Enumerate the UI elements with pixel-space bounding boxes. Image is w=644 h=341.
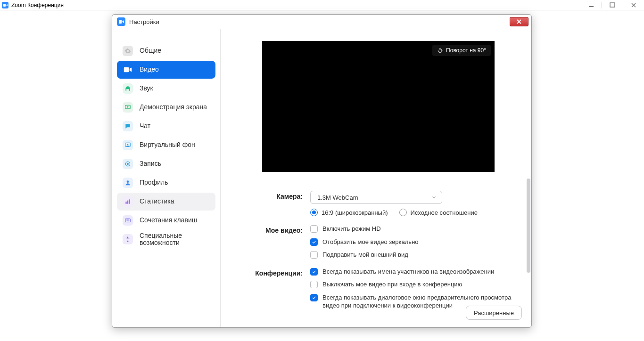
dialog-titlebar: Настройки xyxy=(112,15,531,29)
settings-dialog: Настройки Общие Видео xyxy=(112,14,532,328)
nav-label: Виртуальный фон xyxy=(140,141,195,148)
touchup-checkbox[interactable]: Подправить мой внешний вид xyxy=(310,251,518,259)
svg-rect-0 xyxy=(589,6,594,7)
nav-item-keyboard-shortcuts[interactable]: Сочетания клавиш xyxy=(117,211,215,229)
app-titlebar: Zoom Конференция xyxy=(0,0,644,10)
video-preview: Поворот на 90° xyxy=(262,41,495,172)
hd-checkbox[interactable]: Включить режим HD xyxy=(310,225,518,233)
check-icon xyxy=(312,240,316,244)
radio-label: 16:9 (широкоэкранный) xyxy=(322,209,388,216)
svg-point-17 xyxy=(127,237,129,238)
advanced-label: Расширенные xyxy=(474,309,514,317)
svg-rect-1 xyxy=(610,3,615,7)
nav-label: Видео xyxy=(140,66,159,73)
aspect-ratio-original-radio[interactable]: Исходное соотношение xyxy=(399,209,478,216)
virtual-background-icon xyxy=(123,140,133,150)
rotate-label: Поворот на 90° xyxy=(446,47,486,54)
radio-dot xyxy=(399,209,407,216)
svg-rect-12 xyxy=(125,219,131,222)
checkbox-box xyxy=(310,251,318,259)
mute-on-join-checkbox[interactable]: Выключать мое видео при входе в конферен… xyxy=(310,280,518,289)
meetings-label: Конференции: xyxy=(239,268,310,277)
dialog-title: Настройки xyxy=(129,18,159,25)
chevron-down-icon xyxy=(431,195,437,200)
maximize-button[interactable] xyxy=(602,0,623,10)
app-title: Zoom Конференция xyxy=(11,2,64,8)
nav-item-share-screen[interactable]: Демонстрация экрана xyxy=(117,98,215,116)
nav-label: Сочетания клавиш xyxy=(140,217,197,224)
settings-nav: Общие Видео Звук xyxy=(112,29,221,327)
checkbox-label: Отобразить мое видео зеркально xyxy=(322,238,419,246)
nav-label: Запись xyxy=(140,160,161,167)
checkbox-label: Включить режим HD xyxy=(322,225,381,233)
advanced-button[interactable]: Расширенные xyxy=(466,306,522,320)
video-settings-pane: Поворот на 90° Камера: 1.3M WebCam xyxy=(221,29,531,327)
nav-item-general[interactable]: Общие xyxy=(117,42,215,60)
svg-rect-10 xyxy=(127,201,128,204)
accessibility-icon xyxy=(123,234,133,244)
checkbox-box xyxy=(310,238,318,246)
radio-label: Исходное соотношение xyxy=(411,209,478,216)
nav-item-audio[interactable]: Звук xyxy=(117,80,215,97)
nav-label: Специальные возможности xyxy=(140,232,210,247)
camera-select[interactable]: 1.3M WebCam xyxy=(310,191,442,204)
nav-item-statistics[interactable]: Статистика xyxy=(117,193,215,211)
nav-label: Статистика xyxy=(140,198,174,205)
svg-point-7 xyxy=(127,163,129,165)
svg-rect-11 xyxy=(129,199,130,203)
record-icon xyxy=(123,159,133,169)
checkbox-box xyxy=(310,294,318,301)
chat-icon xyxy=(123,121,133,131)
scrollbar[interactable] xyxy=(527,42,530,299)
nav-label: Профиль xyxy=(140,179,168,186)
share-screen-icon xyxy=(123,102,133,113)
check-icon xyxy=(312,295,316,300)
app-window: Zoom Конференция Настройки xyxy=(0,0,644,341)
checkbox-box xyxy=(310,281,318,288)
nav-label: Демонстрация экрана xyxy=(140,104,207,111)
camera-label: Камера: xyxy=(239,191,310,200)
profile-icon xyxy=(123,178,133,188)
gear-icon xyxy=(123,46,133,56)
nav-item-virtual-background[interactable]: Виртуальный фон xyxy=(117,136,215,154)
window-controls xyxy=(581,0,644,10)
nav-label: Общие xyxy=(140,47,161,54)
checkbox-box xyxy=(310,268,318,276)
keyboard-icon xyxy=(123,215,133,226)
svg-point-8 xyxy=(127,180,129,183)
svg-rect-16 xyxy=(127,221,129,221)
nav-item-video[interactable]: Видео xyxy=(117,61,215,79)
close-window-button[interactable] xyxy=(623,0,644,10)
minimize-button[interactable] xyxy=(581,0,602,10)
nav-item-accessibility[interactable]: Специальные возможности xyxy=(117,230,215,248)
checkbox-box xyxy=(310,225,318,233)
video-icon xyxy=(123,65,133,75)
headphones-icon xyxy=(123,83,133,94)
checkbox-label: Выключать мое видео при входе в конферен… xyxy=(322,280,462,289)
svg-rect-2 xyxy=(124,67,129,73)
nav-item-chat[interactable]: Чат xyxy=(117,117,215,135)
my-video-label: Мое видео: xyxy=(239,225,310,234)
dialog-close-button[interactable] xyxy=(510,17,528,26)
svg-point-5 xyxy=(127,144,129,146)
statistics-icon xyxy=(123,196,133,207)
radio-dot xyxy=(310,209,318,216)
nav-label: Звук xyxy=(140,85,153,92)
zoom-app-icon xyxy=(2,2,8,8)
scrollbar-thumb[interactable] xyxy=(527,179,530,273)
camera-value: 1.3M WebCam xyxy=(317,194,358,201)
zoom-dialog-icon xyxy=(117,17,125,26)
mirror-checkbox[interactable]: Отобразить мое видео зеркально xyxy=(310,238,518,246)
rotate-90-button[interactable]: Поворот на 90° xyxy=(432,45,491,56)
svg-rect-13 xyxy=(126,219,127,220)
check-icon xyxy=(312,269,316,274)
checkbox-label: Подправить мой внешний вид xyxy=(322,251,408,259)
svg-rect-9 xyxy=(125,202,126,204)
svg-rect-15 xyxy=(128,219,129,220)
nav-label: Чат xyxy=(140,122,150,130)
show-names-checkbox[interactable]: Всегда показывать имена участников на ви… xyxy=(310,268,518,276)
nav-item-recording[interactable]: Запись xyxy=(117,155,215,173)
aspect-ratio-16-9-radio[interactable]: 16:9 (широкоэкранный) xyxy=(310,209,388,216)
nav-item-profile[interactable]: Профиль xyxy=(117,174,215,192)
checkbox-label: Всегда показывать имена участников на ви… xyxy=(322,268,494,276)
